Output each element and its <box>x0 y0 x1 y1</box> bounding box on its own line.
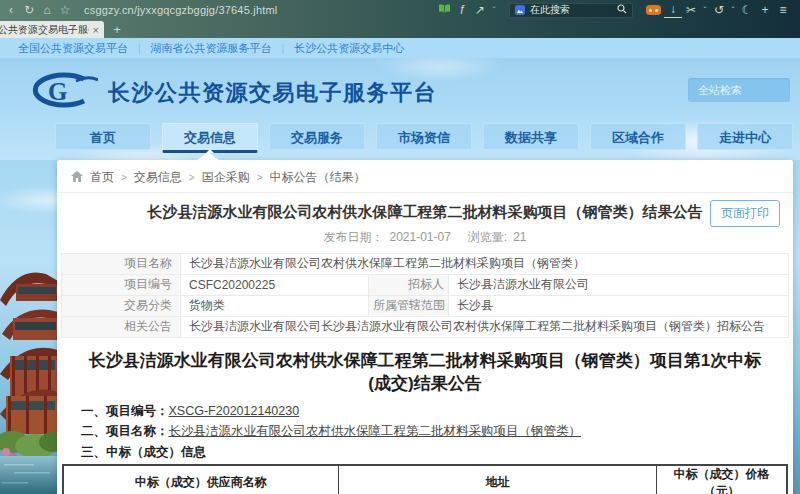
table-header-row: 中标（成交）供应商名称 地址 中标（成交）价格（元） <box>63 465 787 494</box>
content-card: 首页 > 交易信息 > 国企采购 > 中标公告（结果） 长沙县洁源水业有限公司农… <box>57 160 793 494</box>
publish-date-value: 2021-01-07 <box>389 230 450 244</box>
table-row: 相关公告 长沙县洁源水业有限公司长沙县洁源水业有限公司农村供水保障工程第二批材料… <box>62 316 789 337</box>
table-row: 项目名称 长沙县洁源水业有限公司农村供水保障工程第二批材料采购项目（钢管类） <box>62 253 789 274</box>
project-name-label: 项目名称 <box>62 253 181 274</box>
award-result-table: 中标（成交）供应商名称 地址 中标（成交）价格（元） 湖南天卓管业有限公司 望城… <box>62 464 788 494</box>
url-bar[interactable]: csggzy.cn/jyxxgqcgzbggjg/37645.jhtml <box>84 4 278 16</box>
browser-chrome: ‹ ↻ ⌂ ☆ csggzy.cn/jyxxgqcgzbggjg/37645.j… <box>0 0 800 38</box>
breadcrumb: 首页 > 交易信息 > 国企采购 > 中标公告（结果） <box>57 160 793 193</box>
history-chevron-icon[interactable]: ˇ <box>728 0 738 20</box>
browser-tab[interactable]: 公共资源交易电子服务平台 × <box>0 21 104 38</box>
back-icon[interactable]: ‹ <box>2 0 20 20</box>
item3-label: 三、中标（成交）信息 <box>81 445 206 459</box>
crumb-home[interactable]: 首页 <box>90 169 114 186</box>
search-engine-icon <box>515 5 525 15</box>
flash-icon[interactable]: f <box>453 0 471 20</box>
project-no-value: CSFC20200225 <box>181 274 369 295</box>
list-item: 三、中标（成交）信息 <box>81 444 793 460</box>
project-name-value: 长沙县洁源水业有限公司农村供水保障工程第二批材料采购项目（钢管类） <box>181 253 789 274</box>
article-header: 长沙县洁源水业有限公司农村供水保障工程第二批材料采购项目（钢管类）结果公告 页面… <box>57 193 793 222</box>
site-header: G 长沙公共资源交易电子服务平台 首页 交易信息 交易服务 市场资信 数据共享 … <box>0 58 800 160</box>
nav-item-about-center[interactable]: 走进中心 <box>697 123 793 150</box>
chrome-search-placeholder: 在此搜索 <box>530 3 612 17</box>
site-logo-icon: G <box>26 70 98 116</box>
active-tab-pointer <box>197 152 219 160</box>
home-icon[interactable]: ⌂ <box>38 0 56 20</box>
games-icon[interactable] <box>646 5 661 15</box>
nav-item-data-share[interactable]: 数据共享 <box>483 123 579 150</box>
announcement-title: 长沙县洁源水业有限公司农村供水保障工程第二批材料采购项目（钢管类）项目第1次中标… <box>85 349 765 397</box>
history-icon[interactable]: ↺ <box>710 0 728 20</box>
tab-strip: 公共资源交易电子服务平台 × + <box>0 20 800 38</box>
portal-link-strip: 全国公共资源交易平台 | 湖南省公共资源服务平台 | 长沙公共资源交易中心 <box>0 38 800 58</box>
category-value: 货物类 <box>181 295 369 316</box>
print-page-button[interactable]: 页面打印 <box>710 200 780 227</box>
reading-list-icon[interactable] <box>435 0 453 20</box>
site-brand[interactable]: G 长沙公共资源交易电子服务平台 <box>26 70 437 116</box>
magnifier-icon[interactable] <box>617 3 627 17</box>
reload-icon[interactable]: ↻ <box>20 0 38 20</box>
main-nav: 首页 交易信息 交易服务 市场资信 数据共享 区域合作 走进中心 <box>55 123 793 153</box>
list-item: 二、项目名称：长沙县洁源水业有限公司农村供水保障工程第二批材料采购项目（钢管类） <box>81 423 793 439</box>
crumb-trade-info[interactable]: 交易信息 <box>134 169 182 186</box>
announcement-body: 一、项目编号：XSCG-F202012140230 二、项目名称：长沙县洁源水业… <box>81 403 793 460</box>
article-title: 长沙县洁源水业有限公司农村供水保障工程第二批材料采购项目（钢管类）结果公告 <box>135 202 715 222</box>
address-header: 地址 <box>338 465 657 494</box>
project-info-table: 项目名称 长沙县洁源水业有限公司农村供水保障工程第二批材料采购项目（钢管类） 项… <box>61 253 789 338</box>
link-national-platform[interactable]: 全国公共资源交易平台 <box>8 41 138 56</box>
site-search-input[interactable] <box>688 78 790 102</box>
bookmark-star-icon[interactable]: ☆ <box>56 0 74 20</box>
tenderee-value: 长沙县洁源水业有限公司 <box>449 274 789 295</box>
download-icon[interactable]: ↓ <box>664 2 682 18</box>
scissors-chevron-icon[interactable]: ˇ <box>700 0 710 20</box>
item1-label: 一、项目编号： <box>81 404 169 418</box>
chrome-search-box[interactable]: 在此搜索 <box>509 3 633 18</box>
night-mode-icon[interactable]: ☾ <box>738 0 756 20</box>
views-value: 21 <box>513 230 526 244</box>
add-icon[interactable]: + <box>756 0 774 20</box>
nav-item-home[interactable]: 首页 <box>55 123 151 150</box>
table-row: 交易分类 货物类 所属管辖范围 长沙县 <box>62 295 789 316</box>
category-label: 交易分类 <box>62 295 181 316</box>
related-announcement-link[interactable]: 长沙县洁源水业有限公司长沙县洁源水业有限公司农村供水保障工程第二批材料采购项目（… <box>181 316 789 337</box>
new-tab-button[interactable]: + <box>104 21 130 38</box>
table-row: 项目编号 CSFC20200225 招标人 长沙县洁源水业有限公司 <box>62 274 789 295</box>
share-chevron-icon[interactable]: ˇ <box>489 0 499 20</box>
nav-item-regional-coop[interactable]: 区域合作 <box>590 123 686 150</box>
crumb-award-result[interactable]: 中标公告（结果） <box>270 169 366 186</box>
browser-toolbar: ‹ ↻ ⌂ ☆ csggzy.cn/jyxxgqcgzbggjg/37645.j… <box>0 0 800 20</box>
list-item: 一、项目编号：XSCG-F202012140230 <box>81 403 793 419</box>
item2-label: 二、项目名称： <box>81 424 169 438</box>
item1-value: XSCG-F202012140230 <box>169 404 300 418</box>
menu-icon[interactable]: ≡ <box>774 0 792 20</box>
tab-close-icon[interactable]: × <box>93 24 99 36</box>
views-label: 浏览量: <box>468 230 507 244</box>
share-icon[interactable]: ↗ <box>471 0 489 20</box>
svg-text:G: G <box>48 78 67 105</box>
item2-value: 长沙县洁源水业有限公司农村供水保障工程第二批材料采购项目（钢管类） <box>169 424 582 438</box>
pagoda-background-image <box>0 254 58 494</box>
page-body: 首页 > 交易信息 > 国企采购 > 中标公告（结果） 长沙县洁源水业有限公司农… <box>0 160 800 494</box>
price-header: 中标（成交）价格（元） <box>657 465 787 494</box>
supplier-header: 中标（成交）供应商名称 <box>63 465 338 494</box>
screenshot-scissors-icon[interactable]: ✂ <box>682 0 700 20</box>
publish-date-label: 发布日期： <box>323 230 383 244</box>
crumb-separator: > <box>189 172 195 183</box>
crumb-soe-procurement[interactable]: 国企采购 <box>202 169 250 186</box>
article-meta: 发布日期：2021-01-07浏览量:21 <box>57 229 793 246</box>
nav-item-trade-service[interactable]: 交易服务 <box>269 123 365 150</box>
crumb-separator: > <box>121 172 127 183</box>
jurisdiction-value: 长沙县 <box>449 295 789 316</box>
link-changsha-center[interactable]: 长沙公共资源交易中心 <box>284 41 414 56</box>
project-no-label: 项目编号 <box>62 274 181 295</box>
tab-title: 公共资源交易电子服务平台 <box>0 23 89 37</box>
related-announcement-label: 相关公告 <box>62 316 181 337</box>
home-icon <box>71 171 83 185</box>
link-hunan-platform[interactable]: 湖南省公共资源服务平台 <box>141 41 282 56</box>
nav-item-trade-info[interactable]: 交易信息 <box>162 123 258 153</box>
tenderee-label: 招标人 <box>369 274 449 295</box>
crumb-separator: > <box>257 172 263 183</box>
jurisdiction-label: 所属管辖范围 <box>369 295 449 316</box>
site-title: 长沙公共资源交易电子服务平台 <box>108 78 437 108</box>
nav-item-market-credit[interactable]: 市场资信 <box>376 123 472 150</box>
